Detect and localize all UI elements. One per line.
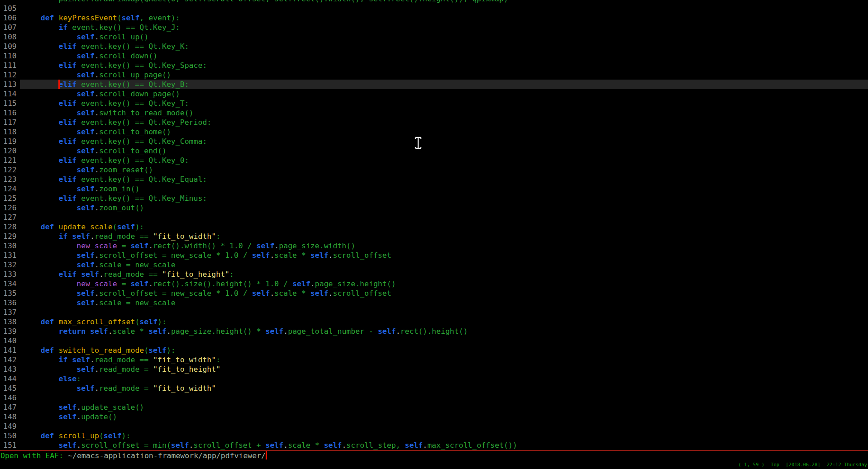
line-number: 115: [0, 99, 20, 108]
code-line: painter.drawPixmap(QRect(0, self.scroll_…: [0, 0, 868, 4]
line-number: 138: [0, 317, 20, 327]
code-line: 149: [0, 422, 868, 431]
code-line: 139 return self.scale * self.page_size.h…: [0, 327, 868, 336]
line-number: 147: [0, 403, 20, 412]
code-line-text[interactable]: new_scale = self.rect().width() * 1.0 / …: [20, 241, 868, 251]
text-cursor: [58, 80, 60, 89]
code-line-text[interactable]: elif event.key() == Qt.Key_K:: [20, 42, 868, 51]
line-number: 142: [0, 355, 20, 365]
code-line-text[interactable]: self.scroll_offset = new_scale * 1.0 / s…: [20, 251, 868, 260]
code-line-text[interactable]: elif event.key() == Qt.Key_0:: [20, 156, 868, 165]
code-line-text[interactable]: if self.read_mode == "fit_to_width":: [20, 232, 868, 241]
code-line-text[interactable]: self.zoom_in(): [20, 184, 868, 194]
code-line-text[interactable]: painter.drawPixmap(QRect(0, self.scroll_…: [20, 0, 868, 4]
code-line-text[interactable]: self.read_mode = "fit_to_height": [20, 365, 868, 374]
line-number: 132: [0, 260, 20, 270]
minibuffer-input[interactable]: ~/emacs-application-framework/app/pdfvie…: [68, 451, 266, 460]
code-line: 134 new_scale = self.rect().size().heigh…: [0, 279, 868, 289]
code-line-text[interactable]: self.scroll_to_home(): [20, 127, 868, 137]
code-line-text[interactable]: [20, 4, 868, 13]
code-line-text[interactable]: self.switch_to_read_mode(): [20, 108, 868, 118]
code-line: 150 def scroll_up(self):: [0, 431, 868, 441]
code-line-text[interactable]: elif event.key() == Qt.Key_B:: [20, 80, 868, 89]
code-line: 117 elif event.key() == Qt.Key_Period:: [0, 118, 868, 127]
line-number: 145: [0, 384, 20, 393]
code-line-text[interactable]: self.scroll_down(): [20, 51, 868, 61]
awesome-tray: ( 1, 59 )Top[2018-06-28]22:12 Thursday: [739, 461, 867, 468]
line-number: 135: [0, 289, 20, 298]
code-line-text[interactable]: def max_scroll_offset(self):: [20, 317, 868, 327]
code-line: 135 self.scroll_offset = new_scale * 1.0…: [0, 289, 868, 298]
code-line: 137: [0, 308, 868, 317]
code-line: 151 self.scroll_offset = min(self.scroll…: [0, 441, 868, 450]
code-line: 129 if self.read_mode == "fit_to_width":: [0, 232, 868, 241]
code-line-text[interactable]: if event.key() == Qt.Key_J:: [20, 23, 868, 32]
code-line-text[interactable]: self.scroll_to_end(): [20, 146, 868, 156]
code-line: 108 self.scroll_up(): [0, 32, 868, 42]
code-editor-buffer[interactable]: painter.drawPixmap(QRect(0, self.scroll_…: [0, 0, 868, 450]
code-line-text[interactable]: def scroll_up(self):: [20, 431, 868, 441]
tray-segment: Top: [771, 461, 779, 468]
code-line: 115 elif event.key() == Qt.Key_T:: [0, 99, 868, 108]
code-line-text[interactable]: self.scale = new_scale: [20, 298, 868, 308]
code-line-text[interactable]: [20, 213, 868, 222]
code-line: 131 self.scroll_offset = new_scale * 1.0…: [0, 251, 868, 260]
code-line-text[interactable]: new_scale = self.rect().size().height() …: [20, 279, 868, 289]
code-line-text[interactable]: elif event.key() == Qt.Key_T:: [20, 99, 868, 108]
code-line: 128 def update_scale(self):: [0, 222, 868, 232]
tray-segment: [2018-06-28]: [786, 461, 820, 468]
code-line-text[interactable]: self.scroll_down_page(): [20, 89, 868, 99]
code-line-text[interactable]: elif event.key() == Qt.Key_Minus:: [20, 194, 868, 203]
line-number: 107: [0, 23, 20, 32]
code-line: 112 self.scroll_up_page(): [0, 70, 868, 80]
code-line: 142 if self.read_mode == "fit_to_width":: [0, 355, 868, 365]
code-line: 119 elif event.key() == Qt.Key_Comma:: [0, 137, 868, 146]
code-line-text[interactable]: self.scroll_offset = new_scale * 1.0 / s…: [20, 289, 868, 298]
code-line: 122 self.zoom_reset(): [0, 165, 868, 175]
code-line-text[interactable]: elif event.key() == Qt.Key_Space:: [20, 61, 868, 70]
code-line-text[interactable]: elif event.key() == Qt.Key_Comma:: [20, 137, 868, 146]
code-line-text[interactable]: [20, 336, 868, 346]
code-line: 138 def max_scroll_offset(self):: [0, 317, 868, 327]
code-line: 120 self.scroll_to_end(): [0, 146, 868, 156]
code-line-text[interactable]: def switch_to_read_mode(self):: [20, 346, 868, 355]
code-line: 132 self.scale = new_scale: [0, 260, 868, 270]
code-line: 107 if event.key() == Qt.Key_J:: [0, 23, 868, 32]
code-line-text[interactable]: self.update_scale(): [20, 403, 868, 412]
code-line: 144 else:: [0, 374, 868, 384]
code-line: 130 new_scale = self.rect().width() * 1.…: [0, 241, 868, 251]
code-line-text[interactable]: def update_scale(self):: [20, 222, 868, 232]
line-number: 139: [0, 327, 20, 336]
code-line-text[interactable]: else:: [20, 374, 868, 384]
code-line-text[interactable]: if self.read_mode == "fit_to_width":: [20, 355, 868, 365]
code-line-text[interactable]: [20, 393, 868, 403]
code-line-text[interactable]: elif event.key() == Qt.Key_Period:: [20, 118, 868, 127]
line-number: 114: [0, 89, 20, 99]
code-line-text[interactable]: self.scroll_offset = min(self.scroll_off…: [20, 441, 868, 450]
code-line-text[interactable]: self.scroll_up_page(): [20, 70, 868, 80]
code-line-text[interactable]: self.read_mode = "fit_to_width": [20, 384, 868, 393]
code-line-text[interactable]: self.zoom_reset(): [20, 165, 868, 175]
code-line-text[interactable]: elif self.read_mode == "fit_to_height":: [20, 270, 868, 279]
code-line-text[interactable]: def keyPressEvent(self, event):: [20, 13, 868, 23]
code-line-text[interactable]: elif event.key() == Qt.Key_Equal:: [20, 175, 868, 184]
tray-segment: 22:12 Thursday: [827, 461, 867, 468]
code-line-text[interactable]: self.scroll_up(): [20, 32, 868, 42]
code-line-text[interactable]: [20, 308, 868, 317]
code-line: 109 elif event.key() == Qt.Key_K:: [0, 42, 868, 51]
line-number: [0, 0, 20, 4]
code-line-text[interactable]: self.zoom_out(): [20, 203, 868, 213]
code-line-text[interactable]: self.scale = new_scale: [20, 260, 868, 270]
line-number: 108: [0, 32, 20, 42]
minibuffer[interactable]: Open with EAF: ~/emacs-application-frame…: [0, 451, 868, 460]
line-number: 121: [0, 156, 20, 165]
code-line-text[interactable]: [20, 422, 868, 431]
code-line-text[interactable]: self.update(): [20, 412, 868, 422]
code-line: 148 self.update(): [0, 412, 868, 422]
code-line-text[interactable]: return self.scale * self.page_size.heigh…: [20, 327, 868, 336]
code-line: 105: [0, 4, 868, 13]
line-number: 119: [0, 137, 20, 146]
code-line: 110 self.scroll_down(): [0, 51, 868, 61]
code-line: 125 elif event.key() == Qt.Key_Minus:: [0, 194, 868, 203]
code-line: 147 self.update_scale(): [0, 403, 868, 412]
